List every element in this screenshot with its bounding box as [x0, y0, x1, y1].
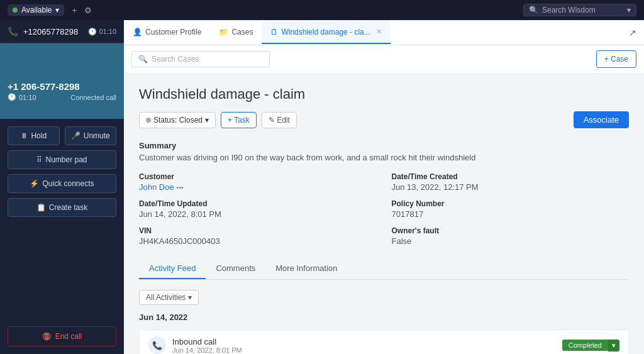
caller-card: +1 206-577-8298 🕐 01:10 Connected call [0, 43, 124, 119]
case-actions: Status: Closed ▾ + Task ✎ Edit Associate [139, 111, 629, 128]
tab-comments[interactable]: Comments [206, 258, 265, 279]
status-label: Status: Closed [153, 116, 203, 124]
customer-link[interactable]: John Doe ••• [139, 182, 377, 192]
settings-icon[interactable]: ⚙ [84, 6, 92, 15]
chevron-down-icon: ▾ [205, 116, 209, 124]
tab-cases[interactable]: 📁 Cases [210, 21, 262, 44]
phone-number-top: +12065778298 [23, 27, 78, 36]
search-bar-area: 🔍 Search Cases + Case [124, 45, 644, 74]
search-cases-input[interactable]: 🔍 Search Cases [131, 51, 270, 67]
phone-call-icon: 📞 [148, 336, 166, 354]
task-button[interactable]: + Task [221, 112, 257, 128]
hold-button[interactable]: ⏸ Hold [8, 126, 60, 145]
timer-top: 🕐 01:10 [88, 28, 116, 36]
connected-label: Connected call [70, 94, 116, 101]
phone-icon: 📞 [8, 26, 18, 36]
caller-number: +1 206-577-8298 [8, 81, 116, 92]
availability-dot [13, 8, 18, 13]
pause-icon: ⏸ [20, 131, 28, 140]
tab-activity-feed[interactable]: Activity Feed [139, 258, 206, 279]
tab-more-information[interactable]: More Information [265, 258, 347, 279]
unmute-button[interactable]: 🎤 Unmute [65, 126, 117, 145]
availability-label: Available [21, 6, 52, 14]
availability-badge[interactable]: Available ▾ [8, 4, 64, 16]
top-bar: Available ▾ + ⚙ 🔍 Search Wisdom ▾ [0, 0, 644, 20]
status-button[interactable]: Status: Closed ▾ [139, 112, 216, 128]
detail-date-created: Date/Time Created Jun 13, 2022, 12:17 PM [392, 172, 630, 192]
summary-text: Customer was driving on I90 on the way b… [139, 153, 629, 162]
detail-vin: VIN JH4KA4650JC000403 [139, 226, 377, 246]
case-title: Windshield damage - claim [139, 86, 629, 102]
activity-date-header: Jun 14, 2022 [139, 313, 629, 322]
clock-icon: 🕐 [88, 28, 97, 36]
tab-bar: 👤 Customer Profile 📁 Cases 🗒 Windshield … [124, 20, 644, 45]
search-icon: 🔍 [529, 6, 538, 14]
case-icon: 🗒 [270, 28, 278, 36]
associate-button[interactable]: Associate [574, 111, 629, 128]
search-wisdom[interactable]: 🔍 Search Wisdom ▾ [523, 4, 636, 16]
chevron-down-icon: ▾ [55, 6, 59, 14]
phone-end-icon: 📵 [42, 332, 52, 341]
details-grid: Customer John Doe ••• Date/Time Created … [139, 172, 629, 246]
lightning-icon: ⚡ [30, 179, 39, 188]
clock-icon-small: 🕐 [8, 93, 16, 101]
search-cases-placeholder: Search Cases [152, 55, 199, 64]
case-content: Windshield damage - claim Status: Closed… [124, 74, 644, 354]
completed-label: Completed [562, 340, 608, 351]
more-icon: ••• [176, 184, 184, 191]
call-info-top: 📞 +12065778298 🕐 01:10 [0, 20, 124, 43]
activity-text-1: Inbound call Jun 14, 2022, 8:01 PM [172, 337, 556, 354]
folder-icon: 📁 [219, 28, 228, 36]
create-task-button[interactable]: 📋 Create task [8, 198, 116, 217]
add-case-button[interactable]: + Case [596, 50, 636, 68]
add-icon[interactable]: + [72, 6, 77, 15]
tab-close-icon[interactable]: ✕ [376, 28, 382, 36]
content-tabs: Activity Feed Comments More Information [139, 258, 629, 280]
clipboard-icon: 📋 [36, 203, 46, 212]
hold-unmute-row: ⏸ Hold 🎤 Unmute [8, 126, 116, 145]
controls-area: ⏸ Hold 🎤 Unmute ⠿ Number pad ⚡ Quick con… [0, 119, 124, 321]
person-icon: 👤 [133, 28, 142, 36]
search-wisdom-placeholder: Search Wisdom [542, 6, 596, 14]
share-button[interactable]: ↗ [621, 23, 644, 43]
detail-owners-fault: Owner's fault False [392, 226, 630, 246]
left-panel: 📞 +12065778298 🕐 01:10 +1 206-577-8298 🕐… [0, 20, 124, 354]
share-icon: ↗ [629, 28, 636, 38]
detail-customer: Customer John Doe ••• [139, 172, 377, 192]
tab-windshield-case[interactable]: 🗒 Windshield damage - cla... ✕ [262, 21, 390, 44]
chevron-down-icon: ▾ [627, 6, 631, 14]
number-pad-button[interactable]: ⠿ Number pad [8, 150, 116, 169]
summary-label: Summary [139, 141, 629, 150]
search-icon: 🔍 [138, 55, 148, 64]
end-call-button[interactable]: 📵 End call [8, 326, 116, 346]
status-dot [146, 118, 151, 123]
detail-policy-number: Policy Number 7017817 [392, 199, 630, 219]
chevron-down-icon: ▾ [188, 293, 192, 302]
summary-section: Summary Customer was driving on I90 on t… [139, 141, 629, 162]
right-content: 👤 Customer Profile 📁 Cases 🗒 Windshield … [124, 20, 644, 354]
caller-timer-row: 🕐 01:10 Connected call [8, 93, 116, 101]
main-layout: 📞 +12065778298 🕐 01:10 +1 206-577-8298 🕐… [0, 20, 644, 354]
tab-customer-profile[interactable]: 👤 Customer Profile [124, 21, 210, 44]
mic-icon: 🎤 [71, 131, 80, 140]
edit-button[interactable]: ✎ Edit [262, 112, 297, 128]
quick-connects-button[interactable]: ⚡ Quick connects [8, 174, 116, 193]
detail-date-updated: Date/Time Updated Jun 14, 2022, 8:01 PM [139, 199, 377, 219]
activity-filter-button[interactable]: All Activities ▾ [139, 290, 199, 305]
activity-item-1: 📞 Inbound call Jun 14, 2022, 8:01 PM Com… [139, 329, 629, 354]
completed-badge-1: Completed ▾ [562, 340, 619, 351]
chevron-down-icon[interactable]: ▾ [608, 340, 619, 351]
grid-icon: ⠿ [36, 155, 42, 164]
